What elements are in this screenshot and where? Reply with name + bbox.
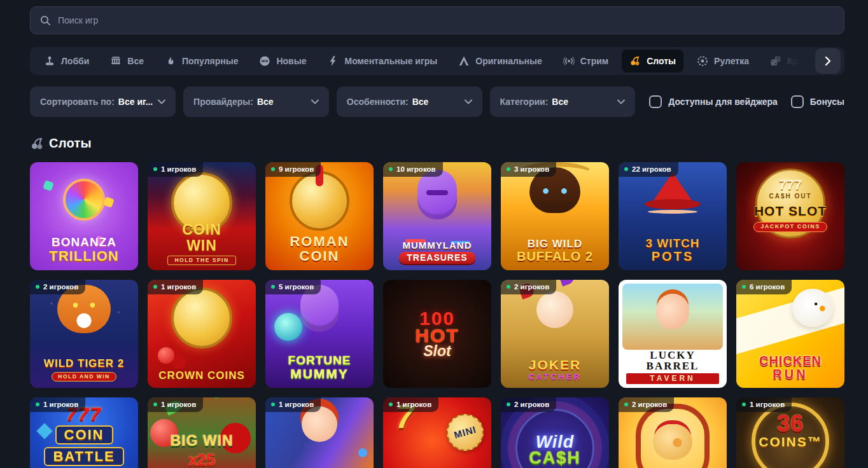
game-tile[interactable]: BIG WINx25 1 игроков <box>148 397 256 468</box>
chevron-down-icon <box>153 99 165 104</box>
players-badge: 1 игроков <box>148 397 203 412</box>
game-art <box>30 162 138 270</box>
game-tile[interactable]: BONANZATRILLION <box>30 162 138 270</box>
game-tile[interactable]: 777CA$H OUTHOT SLOTJACKPOT COINS <box>736 162 844 270</box>
chevron-right-icon <box>825 56 831 66</box>
players-badge: 1 игроков <box>148 162 203 177</box>
providers-dropdown[interactable]: Провайдеры: Все <box>183 86 329 117</box>
players-badge: 1 игроков <box>383 397 438 412</box>
categories-dropdown[interactable]: Категории: Все <box>490 86 636 117</box>
game-tile[interactable]: LUCKYBARRELTAVERN <box>619 280 727 388</box>
players-badge: 1 игроков <box>265 397 321 412</box>
game-tile[interactable]: MUMMYLANDTREASURES 10 игроков <box>383 162 491 270</box>
game-tile[interactable]: 36COINS™ 1 игроков <box>736 397 844 468</box>
providers-label: Провайдеры: <box>193 97 253 107</box>
game-art <box>501 280 609 388</box>
game-tile[interactable]: 7MINICash'n 1 игроков <box>383 397 491 468</box>
wager-available-checkbox[interactable]: Доступны для вейджера <box>649 95 777 108</box>
tab-popular[interactable]: Популярные <box>157 50 246 72</box>
providers-value: Все <box>257 97 274 107</box>
tab-label: Оригинальные <box>475 56 542 66</box>
game-tile[interactable]: 100HOTSlot <box>383 280 491 388</box>
game-tile[interactable]: 3 WITCHPOTS 22 игроков <box>619 162 727 270</box>
search-input[interactable] <box>58 15 834 25</box>
game-tile[interactable]: BIG WILDBUFFALO 2 3 игроков <box>501 162 609 270</box>
all-games-icon <box>110 55 122 67</box>
features-dropdown[interactable]: Особенности: Все <box>337 86 482 117</box>
svg-text:NEW: NEW <box>262 60 269 63</box>
players-badge: 2 игроков <box>30 280 85 294</box>
online-dot <box>742 403 746 406</box>
tab-label: Стрим <box>580 56 608 66</box>
tab-lobby[interactable]: Лобби <box>36 50 97 72</box>
cherries-icon <box>30 136 45 151</box>
game-tile[interactable]: FORTUNEMUMMY 5 игроков <box>265 280 374 388</box>
game-tile[interactable]: WILD TIGER 2HOLD AND WIN 2 игроков <box>30 280 138 388</box>
players-count-label: 5 игроков <box>279 283 314 291</box>
online-dot <box>153 167 157 171</box>
game-tile[interactable]: WildCA$H 2 игроков <box>501 397 609 468</box>
tab-label: Лобби <box>61 56 89 66</box>
game-art <box>383 280 491 388</box>
tab-slots[interactable]: Слоты <box>622 50 683 72</box>
game-tile[interactable]: 2 игроков <box>619 397 727 468</box>
chevron-down-icon <box>306 99 319 104</box>
game-art <box>265 162 374 270</box>
game-art <box>265 280 374 388</box>
new-badge-icon: NEW <box>259 55 270 67</box>
originals-icon <box>458 55 470 67</box>
game-tile[interactable]: CROWN COINS 1 игроков <box>148 280 256 388</box>
players-count-label: 1 игроков <box>161 283 196 291</box>
tab-originals[interactable]: Оригинальные <box>451 50 549 72</box>
tab-instant[interactable]: Моментальные игры <box>319 50 445 72</box>
online-dot <box>36 403 39 406</box>
tab-stream[interactable]: Стрим <box>556 50 616 72</box>
online-dot <box>624 167 628 171</box>
section-header: Слоты <box>30 136 844 151</box>
game-tile[interactable]: 777COINBATTLE 1 игроков <box>30 397 138 468</box>
bonuses-checkbox[interactable]: Бонусы <box>791 95 844 108</box>
online-dot <box>507 285 510 289</box>
chevron-down-icon <box>612 99 625 104</box>
game-tile[interactable]: CHICKENRUN 6 игроков <box>736 280 844 388</box>
cherries-icon <box>629 55 641 67</box>
dice-icon <box>770 55 781 67</box>
tab-label: Популярные <box>182 56 238 66</box>
players-badge: 1 игроков <box>30 397 85 412</box>
tab-roulette[interactable]: Рулетка <box>689 50 757 72</box>
players-badge: 2 игроков <box>501 397 556 412</box>
players-count-label: 1 игроков <box>161 401 196 408</box>
sort-by-value: Все иг... <box>118 97 153 107</box>
players-count-label: 1 игроков <box>396 401 431 408</box>
online-dot <box>742 285 746 289</box>
tab-label: Моментальные игры <box>344 56 437 66</box>
tab-all[interactable]: Все <box>102 50 151 72</box>
players-badge: 6 игроков <box>736 280 792 294</box>
tabs-next-button[interactable] <box>815 48 841 74</box>
players-badge: 5 игроков <box>265 280 321 294</box>
players-count-label: 10 игроков <box>396 165 436 173</box>
game-art <box>501 162 609 270</box>
game-tile[interactable]: ROMANCOIN 9 игроков <box>265 162 374 270</box>
tab-label: Рулетка <box>714 56 749 66</box>
checkbox-box[interactable] <box>791 95 804 108</box>
features-label: Особенности: <box>347 97 409 107</box>
game-tile[interactable]: COINWINHOLD THE SPIN 1 игроков <box>148 162 256 270</box>
players-badge: 9 игроков <box>265 162 321 177</box>
games-grid: BONANZATRILLION COINWINHOLD THE SPIN 1 и… <box>30 162 844 468</box>
tab-craps[interactable]: Крэпс <box>762 50 821 72</box>
online-dot <box>389 167 393 171</box>
tab-list: Лобби Все Популярные NEW Новые Моменталь… <box>30 47 844 75</box>
checkbox-box[interactable] <box>649 95 662 108</box>
game-tile[interactable]: 1 игроков <box>265 397 374 468</box>
online-dot <box>271 285 275 289</box>
tab-new[interactable]: NEW Новые <box>251 50 314 72</box>
game-art <box>619 280 727 388</box>
tab-label: Слоты <box>647 56 676 66</box>
sort-by-dropdown[interactable]: Сортировать по: Все иг... <box>30 86 176 117</box>
players-count-label: 1 игроков <box>161 165 196 173</box>
game-art <box>736 280 844 388</box>
category-tab-bar: Лобби Все Популярные NEW Новые Моменталь… <box>30 47 844 75</box>
online-dot <box>153 285 157 289</box>
game-tile[interactable]: JOKERCATCHER 2 игроков <box>501 280 609 388</box>
